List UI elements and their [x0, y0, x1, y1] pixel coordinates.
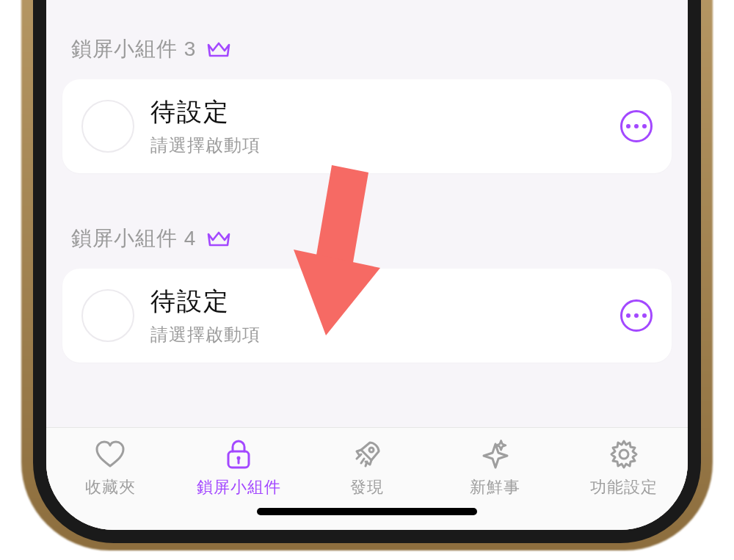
- app-screen: 鎖屏小組件 3 待設定 請選擇啟動項: [46, 0, 688, 530]
- tab-favorites[interactable]: 收藏夾: [55, 438, 165, 498]
- widget-list: 鎖屏小組件 3 待設定 請選擇啟動項: [46, 0, 688, 427]
- widget-thumbnail: [81, 100, 134, 153]
- tab-label: 功能設定: [590, 476, 658, 498]
- rocket-icon: [351, 438, 383, 470]
- section-header: 鎖屏小組件 3: [62, 35, 672, 63]
- widget-card-title: 待設定: [150, 95, 604, 129]
- lock-icon: [224, 438, 253, 470]
- crown-icon: [206, 39, 231, 59]
- tab-label: 發現: [350, 476, 384, 498]
- gear-icon: [608, 438, 640, 470]
- widget-card[interactable]: 待設定 請選擇啟動項: [62, 269, 672, 363]
- more-options-button[interactable]: [620, 299, 653, 332]
- widget-section-3: 鎖屏小組件 3 待設定 請選擇啟動項: [62, 35, 672, 173]
- svg-point-3: [369, 448, 374, 452]
- tab-whats-new[interactable]: 新鮮事: [440, 438, 550, 498]
- widget-card-subtitle: 請選擇啟動項: [150, 323, 604, 346]
- heart-icon: [94, 438, 126, 470]
- section-header: 鎖屏小組件 4: [62, 225, 672, 252]
- tab-label: 新鮮事: [470, 476, 520, 498]
- section-title: 鎖屏小組件 4: [71, 225, 196, 252]
- phone-frame: 鎖屏小組件 3 待設定 請選擇啟動項: [33, 0, 701, 543]
- crown-icon: [206, 228, 231, 249]
- widget-section-4: 鎖屏小組件 4 待設定 請選擇啟動項: [62, 225, 672, 363]
- svg-point-4: [619, 450, 628, 459]
- tab-lockscreen-widgets[interactable]: 鎖屏小組件: [184, 438, 294, 498]
- home-indicator[interactable]: [257, 508, 477, 515]
- section-title: 鎖屏小組件 3: [71, 35, 196, 63]
- widget-card-subtitle: 請選擇啟動項: [150, 134, 604, 157]
- tab-discover[interactable]: 發現: [312, 438, 422, 498]
- more-options-button[interactable]: [620, 110, 653, 142]
- tab-label: 收藏夾: [85, 476, 136, 498]
- widget-card[interactable]: 待設定 請選擇啟動項: [62, 79, 672, 173]
- tab-settings[interactable]: 功能設定: [569, 438, 679, 498]
- sparkle-icon: [479, 438, 512, 470]
- widget-card-text: 待設定 請選擇啟動項: [150, 285, 604, 346]
- widget-card-title: 待設定: [150, 285, 604, 319]
- tab-label: 鎖屏小組件: [197, 476, 281, 498]
- widget-card-text: 待設定 請選擇啟動項: [150, 95, 604, 157]
- widget-thumbnail: [81, 289, 134, 342]
